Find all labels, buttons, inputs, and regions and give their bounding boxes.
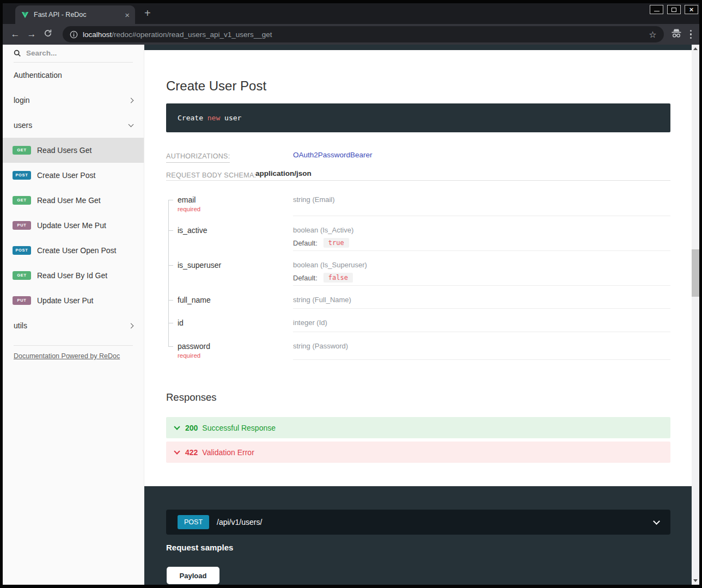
schema-fields: email required string (Email) is_active …	[166, 181, 670, 360]
default-label: Default:	[293, 239, 318, 247]
chevron-right-icon	[129, 323, 134, 328]
scroll-up-button[interactable]	[692, 45, 699, 53]
endpoint-path: /api/v1/users/	[217, 518, 262, 526]
sidebar-item-login[interactable]: login	[3, 88, 144, 113]
favicon-vue-icon	[21, 11, 29, 19]
operation-description-code: Create new user	[166, 103, 670, 132]
response-code: 422	[185, 448, 198, 457]
sidebar-item-label: Update User Me Put	[37, 221, 106, 230]
forward-button[interactable]: →	[23, 29, 40, 40]
request-samples-panel: POST /api/v1/users/ Request samples Payl…	[144, 486, 692, 585]
sidebar-item-label: Update User Put	[37, 296, 94, 305]
default-value: true	[323, 238, 349, 248]
page-scrollbar[interactable]	[692, 45, 699, 585]
triangle-up-icon	[693, 47, 698, 50]
powered-by-redoc-link[interactable]: Documentation Powered by ReDoc	[14, 352, 120, 360]
close-button[interactable]: ×	[685, 5, 698, 14]
oauth2-link[interactable]: OAuth2PasswordBearer	[293, 151, 373, 159]
window-controls: ×	[650, 5, 698, 14]
main-panel: Create User Post Create new user AUTHORI…	[144, 45, 692, 585]
field-type: string (Password)	[293, 342, 670, 350]
tab-strip: Fast API - ReDoc × + ×	[3, 3, 699, 24]
back-button[interactable]: ←	[7, 29, 23, 40]
response-label: Successful Response	[202, 424, 276, 432]
sidebar-item-read-user-me-get[interactable]: GET Read User Me Get	[3, 188, 144, 213]
search-placeholder: Search...	[26, 49, 57, 57]
close-icon: ×	[689, 6, 694, 13]
chevron-down-icon	[653, 518, 660, 525]
default-value: false	[323, 273, 353, 283]
request-body-label: REQUEST BODY SCHEMA:	[166, 171, 256, 179]
sidebar-item-users[interactable]: users	[3, 113, 144, 138]
request-samples-heading: Request samples	[166, 543, 233, 552]
authorizations-row: AUTHORIZATIONS: OAuth2PasswordBearer	[166, 151, 670, 163]
authorizations-label: AUTHORIZATIONS:	[166, 152, 230, 163]
required-flag: required	[178, 352, 293, 359]
sidebar-divider	[14, 345, 133, 346]
field-name-text: is_superuser	[178, 261, 221, 270]
field-name: is_superuser	[166, 251, 293, 286]
response-422-accordion[interactable]: 422 Validation Error	[166, 442, 670, 463]
field-name-text: email	[178, 195, 196, 204]
new-tab-button[interactable]: +	[144, 7, 151, 20]
maximize-icon	[672, 8, 676, 12]
site-info-icon[interactable]	[70, 30, 78, 39]
sidebar-item-label: login	[14, 96, 30, 105]
sidebar-item-update-user-me-put[interactable]: PUT Update User Me Put	[3, 213, 144, 238]
bookmark-star-icon[interactable]: ☆	[649, 29, 656, 40]
sidebar-item-label: Authentication	[14, 71, 62, 79]
maximize-button[interactable]	[667, 5, 681, 14]
field-type: integer (Id)	[293, 318, 670, 327]
sidebar-item-authentication[interactable]: Authentication	[3, 63, 144, 88]
incognito-icon	[670, 28, 682, 40]
field-row-is-active: is_active boolean (Is_Active) Default: t…	[166, 216, 670, 251]
minimize-icon	[654, 11, 660, 11]
tab-close-icon[interactable]: ×	[125, 11, 130, 19]
field-row-password: password required string (Password)	[166, 332, 670, 360]
sidebar-item-update-user-put[interactable]: PUT Update User Put	[3, 288, 144, 313]
response-200-accordion[interactable]: 200 Successful Response	[166, 417, 670, 438]
sidebar-item-utils[interactable]: utils	[3, 313, 144, 338]
tab-title: Fast API - ReDoc	[34, 11, 120, 19]
sidebar-item-label: Create User Post	[37, 171, 95, 180]
browser-tab[interactable]: Fast API - ReDoc ×	[15, 5, 135, 24]
chevron-down-icon	[174, 424, 180, 430]
payload-tab[interactable]: Payload	[167, 567, 219, 584]
response-code: 200	[185, 424, 198, 432]
field-description: boolean (Is_Superuser) Default: false	[293, 251, 670, 286]
field-description: string (Password)	[293, 332, 670, 360]
method-badge-put: PUT	[13, 296, 31, 305]
menu-icon[interactable]	[690, 30, 692, 39]
field-name: full_name	[166, 286, 293, 309]
default-label: Default:	[293, 274, 318, 282]
reload-button[interactable]	[40, 29, 56, 40]
field-name-text: is_active	[178, 226, 207, 235]
scrollbar-thumb[interactable]	[692, 249, 699, 297]
method-badge-get: GET	[13, 196, 31, 205]
minimize-button[interactable]	[650, 5, 663, 14]
field-description: string (Full_Name)	[293, 286, 670, 309]
field-default: Default: false	[293, 273, 670, 283]
sidebar-item-label: Create User Open Post	[37, 246, 117, 255]
sidebar-item-read-users-get[interactable]: GET Read Users Get	[3, 138, 144, 163]
response-label: Validation Error	[202, 448, 254, 457]
sidebar-item-read-user-by-id-get[interactable]: GET Read User By Id Get	[3, 263, 144, 288]
scroll-down-button[interactable]	[692, 577, 699, 585]
code-text: Create	[178, 114, 207, 122]
chevron-down-icon	[174, 448, 180, 454]
search-input[interactable]: Search...	[14, 49, 133, 63]
sidebar-item-create-user-post[interactable]: POST Create User Post	[3, 163, 144, 188]
method-badge-post: POST	[13, 246, 31, 255]
field-name: password required	[166, 332, 293, 360]
field-name: is_active	[166, 216, 293, 251]
endpoint-method-badge: POST	[178, 515, 209, 529]
endpoint-dropdown[interactable]: POST /api/v1/users/	[166, 510, 670, 535]
address-bar[interactable]: localhost/redoc#operation/read_users_api…	[63, 26, 664, 42]
field-row-is-superuser: is_superuser boolean (Is_Superuser) Defa…	[166, 251, 670, 286]
code-text: user	[220, 114, 241, 122]
required-flag: required	[178, 206, 293, 212]
field-row-id: id integer (Id)	[166, 309, 670, 332]
sidebar-item-create-user-open-post[interactable]: POST Create User Open Post	[3, 238, 144, 263]
sidebar-item-label: utils	[14, 321, 27, 330]
field-type: boolean (Is_Superuser)	[293, 261, 670, 269]
